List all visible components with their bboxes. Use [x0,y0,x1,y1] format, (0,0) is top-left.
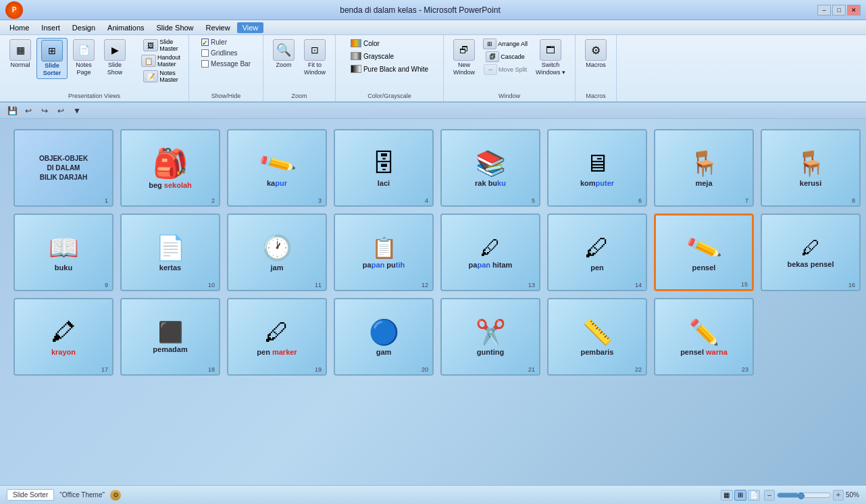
slide-sorter-button[interactable]: ⊞ SlideSorter [36,38,68,79]
zoom-button[interactable]: 🔍 Zoom [269,38,299,70]
gridlines-checkbox[interactable]: Gridlines [200,49,238,57]
slide-thumb-19[interactable]: 🖊 pen marker 19 [227,298,327,376]
pure-bw-button[interactable]: Pure Black and White [348,64,431,74]
ribbon-group-color: Color Grayscale Pure Black and White Col… [336,35,444,101]
slide-thumb-13[interactable]: 🖊 papan hitam 13 [440,213,540,291]
slide-thumb-4[interactable]: 🗄 laci 4 [334,129,434,207]
undo-qat-button[interactable]: ↩ [22,105,35,117]
quick-access-toolbar: 💾 ↩ ↪ ↩ ▼ [0,103,866,119]
notes-master-button[interactable]: 📝 NotesMaster [138,69,183,84]
slide-10-icon: 📄 [155,234,186,262]
slide-master-label: SlideMaster [159,39,178,52]
menu-home[interactable]: Home [4,22,34,33]
slide-master-button[interactable]: 🖼 SlideMaster [138,38,183,53]
slide-thumb-7[interactable]: 🪑 meja 7 [654,129,754,207]
menu-review[interactable]: Review [201,22,236,33]
slide-thumb-3[interactable]: ✏️ kapur 3 [227,129,327,207]
switch-windows-button[interactable]: 🗔 SwitchWindows ▾ [532,38,569,78]
notes-page-button[interactable]: 📄 NotesPage [69,38,99,78]
zoom-out-button[interactable]: – [764,490,775,501]
zoom-group-label: Zoom [263,93,335,99]
zoom-label: Zoom [276,61,292,69]
slide-thumb-1[interactable]: OBJEK-OBJEKDI DALAMBILIK DARJAH 1 [14,129,113,207]
slide-thumb-2[interactable]: 🎒 beg sekolah 2 [120,129,220,207]
ruler-checkbox[interactable]: ✓ Ruler [200,38,228,47]
back-qat-button[interactable]: ↩ [54,105,68,117]
close-button[interactable]: ✕ [847,5,861,16]
menu-design[interactable]: Design [67,22,101,33]
slide-thumb-12[interactable]: 📋 papan putih 12 [334,213,434,291]
maximize-button[interactable]: □ [832,5,846,16]
slide-thumb-16[interactable]: 🖊 bekas pensel 16 [761,213,861,291]
slide-thumb-15[interactable]: ✏️ pensel 15 [654,213,754,291]
messagebar-checkbox[interactable]: Message Bar [200,59,252,68]
window-group-label: Window [444,93,575,99]
switch-windows-label: SwitchWindows ▾ [536,61,565,76]
slide-thumb-10[interactable]: 📄 kertas 10 [120,213,220,291]
slide-thumb-8[interactable]: 🪑 kerusi 8 [761,129,861,207]
normal-view-button[interactable]: ▦ Normal [5,38,35,70]
minimize-button[interactable]: – [817,5,831,16]
slide-thumb-6[interactable]: 🖥 komputer 6 [547,129,647,207]
slide-20-icon: 🔵 [369,318,399,347]
slide-thumb-17[interactable]: 🖍 krayon 17 [14,298,113,376]
slide-thumb-21[interactable]: ✂️ gunting 21 [440,298,540,376]
titlebar: P benda di dalam kelas - Microsoft Power… [0,0,866,20]
save-qat-button[interactable]: 💾 [5,105,19,117]
slide-16-icon: 🖊 [801,236,820,259]
menu-slideshow[interactable]: Slide Show [151,22,199,33]
slide-thumb-5[interactable]: 📚 rak buku 5 [440,129,540,207]
slide-22-icon: 📏 [582,318,613,347]
slide-14-icon: 🖊 [585,234,609,262]
theme-icon: ⚙ [110,490,121,501]
move-split-button[interactable]: ↔ Move Split [480,64,530,76]
window-controls[interactable]: – □ ✕ [817,5,861,16]
slide-num-13: 13 [528,282,535,288]
slide-num-22: 22 [635,366,642,373]
fit-window-button[interactable]: ⊡ Fit toWindow [300,38,330,78]
menu-insert[interactable]: Insert [36,22,66,33]
slide-num-12: 12 [422,282,428,288]
macros-buttons: ⚙ Macros [581,38,611,81]
slide-show-button[interactable]: ▶ SlideShow [100,38,130,78]
macros-button[interactable]: ⚙ Macros [581,38,611,70]
redo-qat-button[interactable]: ↪ [38,105,51,117]
slide-thumb-22[interactable]: 📏 pembaris 22 [547,298,647,376]
color-button[interactable]: Color [348,38,382,49]
menu-view[interactable]: View [237,22,264,33]
status-view-tab[interactable]: Slide Sorter [7,489,54,501]
slide-num-18: 18 [208,366,215,373]
slide-19-label: pen marker [257,348,297,356]
slide-thumb-14[interactable]: 🖊 pen 14 [547,213,647,291]
status-theme: "Office Theme" [59,491,105,499]
view-icon-3[interactable]: 📄 [748,490,760,501]
handout-master-button[interactable]: 📋 HandoutMaster [138,53,183,68]
color-buttons: Color Grayscale Pure Black and White [348,38,431,85]
slide-6-icon: 🖥 [585,149,609,178]
slide-8-label: kerusi [800,179,821,187]
slide-num-2: 2 [211,197,215,204]
slide-12-icon: 📋 [372,236,397,259]
slide-num-19: 19 [315,366,322,373]
slide-num-9: 9 [105,282,108,288]
grayscale-button[interactable]: Grayscale [348,51,397,61]
arrange-all-button[interactable]: ⊞ Arrange All [480,38,530,50]
slide-2-icon: 🎒 [153,147,188,180]
slide-thumb-23[interactable]: ✏️ pensel warna 23 [654,298,754,376]
slide-thumb-9[interactable]: 📖 buku 9 [14,213,113,291]
zoom-in-button[interactable]: + [833,490,844,501]
view-icon-1[interactable]: ▦ [721,490,733,501]
qat-dropdown[interactable]: ▼ [70,105,84,117]
view-icon-2[interactable]: ⊞ [734,490,746,501]
macros-group-label: Macros [576,93,616,99]
slides-grid: OBJEK-OBJEKDI DALAMBILIK DARJAH 1 🎒 beg … [14,129,852,376]
slide-num-17: 17 [101,366,108,373]
slide-10-label: kertas [159,263,181,272]
slide-thumb-20[interactable]: 🔵 gam 20 [334,298,434,376]
cascade-button[interactable]: 🗐 Cascade [480,51,530,63]
menu-animations[interactable]: Animations [102,22,149,33]
slide-thumb-18[interactable]: ⬛ pemadam 18 [120,298,220,376]
slide-thumb-11[interactable]: 🕐 jam 11 [227,213,327,291]
zoom-slider[interactable] [777,493,831,498]
new-window-button[interactable]: 🗗 NewWindow [449,38,479,78]
